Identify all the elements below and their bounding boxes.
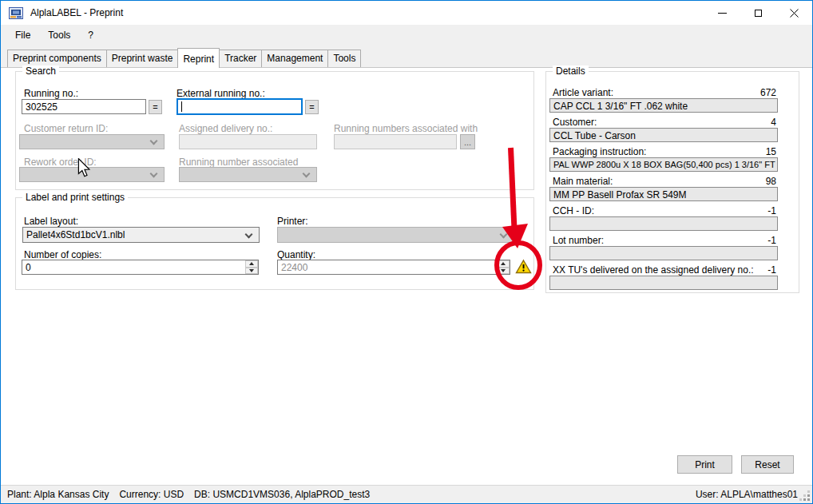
quantity-spinner[interactable]: 22400 <box>277 260 510 275</box>
customer-return-id-label: Customer return ID: <box>24 123 108 134</box>
tab-tools[interactable]: Tools <box>327 50 361 67</box>
spinner-buttons <box>245 260 258 274</box>
article-variant-label: Article variant: <box>553 87 613 98</box>
spinner-buttons <box>497 260 510 274</box>
maximize-icon <box>755 10 762 17</box>
cch-id-id: -1 <box>767 205 776 216</box>
maximize-button[interactable] <box>740 1 776 25</box>
printer-label: Printer: <box>277 216 308 227</box>
running-numbers-associated-with-input[interactable] <box>334 134 457 149</box>
lot-number-value <box>549 246 778 260</box>
rework-order-id-combobox[interactable] <box>19 167 165 182</box>
customer-value: CCL Tube - Carson <box>549 128 778 142</box>
tab-tracker[interactable]: Tracker <box>219 50 262 67</box>
spin-up-button[interactable] <box>245 260 258 268</box>
customer-id: 4 <box>771 117 776 128</box>
warning-icon <box>515 259 532 275</box>
spin-down-button[interactable] <box>497 268 510 275</box>
external-running-no-equals-button[interactable]: = <box>305 100 319 114</box>
packaging-instruction-value: PAL WWP 2800u X 18 BOX BAG(50,400 pcs) 1… <box>549 157 778 172</box>
spin-down-button[interactable] <box>245 268 258 275</box>
running-no-equals-button[interactable]: = <box>149 100 162 114</box>
article-variant-value: CAP CCL 1 3/16" FT .062 white <box>549 98 778 113</box>
quantity-value: 22400 <box>281 262 307 273</box>
status-user: User: ALPLA\matthes01 <box>696 489 798 500</box>
minimize-button[interactable] <box>704 1 740 25</box>
label-print-settings-legend: Label and print settings <box>22 192 128 203</box>
number-of-copies-value: 0 <box>26 262 31 273</box>
chevron-down-icon <box>150 137 158 145</box>
menu-tools[interactable]: Tools <box>39 26 79 44</box>
main-material-value: MM PP Basell Profax SR 549M <box>549 187 778 201</box>
external-running-no-input[interactable] <box>176 98 303 115</box>
minimize-icon <box>718 13 727 14</box>
tab-strip: Preprint components Preprint waste Repri… <box>1 46 812 68</box>
external-running-no-label: External running no.: <box>176 88 265 99</box>
running-no-input[interactable]: 302525 <box>22 99 146 114</box>
title-bar: AlplaLABEL - Preprint <box>1 1 812 25</box>
printer-combobox[interactable] <box>277 227 514 243</box>
arrow-down-icon <box>501 269 506 272</box>
arrow-down-icon <box>249 269 254 272</box>
arrow-up-icon <box>501 262 506 265</box>
lot-number-id: -1 <box>767 235 776 246</box>
packaging-instruction-label: Packaging instruction: <box>553 146 646 157</box>
reset-button[interactable]: Reset <box>741 455 794 474</box>
print-button[interactable]: Print <box>677 455 732 474</box>
customer-label: Customer: <box>553 117 597 128</box>
spin-up-button[interactable] <box>497 260 510 268</box>
arrow-up-icon <box>249 262 254 265</box>
quantity-label: Quantity: <box>277 249 315 260</box>
tab-preprint-waste[interactable]: Preprint waste <box>106 50 179 67</box>
menu-file[interactable]: File <box>6 26 39 44</box>
status-plant: Plant: Alpla Kansas City <box>7 489 109 500</box>
close-icon <box>790 9 799 18</box>
tab-management[interactable]: Management <box>261 50 328 67</box>
tab-reprint[interactable]: Reprint <box>177 48 220 68</box>
app-icon <box>9 7 23 19</box>
status-currency: Currency: USD <box>119 489 184 500</box>
label-print-settings-groupbox: Label and print settings Label layout: P… <box>15 197 534 290</box>
menu-bar: File Tools ? <box>1 25 812 46</box>
chevron-down-icon <box>500 231 508 239</box>
tab-preprint-components[interactable]: Preprint components <box>7 50 107 67</box>
text-caret <box>181 101 182 112</box>
label-layout-label: Label layout: <box>24 216 78 227</box>
running-no-label: Running no.: <box>24 88 78 99</box>
status-bar: Plant: Alpla Kansas City Currency: USD D… <box>1 485 812 503</box>
running-number-associated-combobox[interactable] <box>179 167 317 182</box>
tus-delivered-value <box>549 276 778 290</box>
cch-id-value <box>549 216 778 231</box>
lot-number-label: Lot number: <box>553 235 604 246</box>
status-db: DB: USMCD1VMS036, AlplaPROD_test3 <box>194 489 370 500</box>
running-numbers-associated-with-label: Running numbers associated with <box>334 123 478 134</box>
label-layout-combobox[interactable]: Pallet4x6Std1bcV1.nlbl <box>22 227 260 243</box>
running-numbers-browse-button[interactable]: ... <box>460 134 475 149</box>
customer-return-id-combobox[interactable] <box>19 134 165 149</box>
label-layout-value: Pallet4x6Std1bcV1.nlbl <box>26 229 125 240</box>
number-of-copies-spinner[interactable]: 0 <box>22 260 259 275</box>
rework-order-id-label: Rework order ID: <box>24 157 97 168</box>
main-material-id: 98 <box>766 176 776 187</box>
tus-delivered-label: XX TU's delivered on the assigned delive… <box>553 264 754 276</box>
chevron-down-icon <box>150 170 158 178</box>
packaging-instruction-id: 15 <box>766 146 776 157</box>
reprint-tab-page: Search Running no.: 302525 = External ru… <box>1 68 812 485</box>
close-button[interactable] <box>776 1 812 25</box>
details-groupbox: Details Article variant: 672 CAP CCL 1 3… <box>545 71 799 293</box>
resize-grip[interactable] <box>807 498 810 501</box>
window-controls <box>704 1 812 25</box>
article-variant-id: 672 <box>760 87 776 98</box>
window-title: AlplaLABEL - Preprint <box>30 7 123 18</box>
search-groupbox: Search Running no.: 302525 = External ru… <box>15 71 534 190</box>
running-number-associated-label: Running number associated <box>179 157 298 168</box>
main-material-label: Main material: <box>553 176 613 187</box>
number-of-copies-label: Number of copies: <box>24 249 101 260</box>
chevron-down-icon <box>303 170 311 178</box>
tus-delivered-id: -1 <box>767 264 776 276</box>
assigned-delivery-no-input[interactable] <box>179 134 317 149</box>
cch-id-label: CCH - ID: <box>553 205 594 216</box>
search-legend: Search <box>22 65 59 77</box>
chevron-down-icon <box>245 231 253 239</box>
menu-help[interactable]: ? <box>79 26 102 44</box>
